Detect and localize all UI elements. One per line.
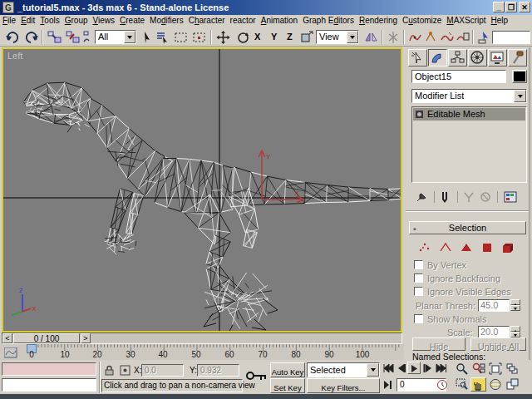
menu-file[interactable]: File <box>0 15 18 25</box>
set-key-button[interactable]: Set Key <box>270 378 305 393</box>
minimize-button[interactable]: _ <box>493 2 505 12</box>
curve-editor-icon[interactable] <box>407 30 423 45</box>
select-object-icon[interactable] <box>139 30 155 45</box>
redo-icon[interactable] <box>23 30 39 45</box>
tab-create[interactable] <box>408 49 427 66</box>
hide-button[interactable]: Hide <box>412 337 466 351</box>
planar-thresh-spinner[interactable] <box>510 299 520 312</box>
viewport-left[interactable]: YXzx Left <box>2 47 402 332</box>
menu-create[interactable]: Create <box>117 15 147 25</box>
schematic-view-icon[interactable] <box>423 30 439 45</box>
time-config-icon[interactable] <box>436 379 449 391</box>
key-filters-button[interactable]: Key Filters... <box>307 378 380 393</box>
x-coord-field[interactable]: 0.0 <box>141 364 184 377</box>
mirror-icon[interactable] <box>363 30 379 45</box>
selection-lock-icon[interactable] <box>103 364 116 377</box>
prev-frame-icon[interactable] <box>395 362 406 377</box>
element-mode-icon[interactable] <box>500 241 515 254</box>
rotate-icon[interactable] <box>235 30 251 45</box>
restrict-z-button[interactable]: Z <box>287 32 293 42</box>
menu-views[interactable]: Views <box>91 15 118 25</box>
ref-coord-dropdown[interactable]: View <box>316 30 359 44</box>
track-bar[interactable]: 0 10 20 30 40 50 60 70 80 90 100 <box>0 344 404 360</box>
viewport-label[interactable]: Left <box>7 51 22 61</box>
maxscript-listener-pink[interactable] <box>2 362 96 376</box>
maxscript-listener-white[interactable] <box>2 378 96 392</box>
configure-modifier-sets-icon[interactable] <box>504 190 519 204</box>
region-zoom-icon[interactable] <box>456 378 469 391</box>
restrict-x-button[interactable]: X <box>254 32 260 42</box>
pan-button[interactable] <box>470 377 486 392</box>
select-by-name-icon[interactable] <box>155 30 170 45</box>
pin-stack-icon[interactable] <box>416 190 429 204</box>
menu-group[interactable]: Group <box>62 15 91 25</box>
tab-hierarchy[interactable] <box>448 49 467 66</box>
named-selection-field[interactable] <box>492 31 530 44</box>
unhide-all-button[interactable]: Unhide All <box>470 337 526 351</box>
edge-mode-icon[interactable] <box>438 241 453 254</box>
close-button[interactable]: ✕ <box>519 2 530 12</box>
rect-selection-region-icon[interactable] <box>173 30 189 45</box>
normals-scale-spinner[interactable] <box>510 326 520 338</box>
by-vertex-checkbox[interactable] <box>414 260 423 269</box>
ignore-backfacing-checkbox[interactable] <box>414 273 423 283</box>
menu-edit[interactable]: Edit <box>18 15 37 25</box>
show-normals-checkbox[interactable] <box>414 314 423 323</box>
render-setup-icon[interactable] <box>455 30 470 45</box>
selection-rollout-header[interactable]: - Selection <box>409 221 526 234</box>
time-prev-button[interactable]: < <box>2 333 12 343</box>
material-editor-icon[interactable] <box>439 30 455 45</box>
keyboard-override-icon[interactable] <box>476 30 492 45</box>
unlink-icon[interactable] <box>65 30 81 45</box>
set-keys-icon[interactable] <box>244 367 269 389</box>
zoom-extents-all-icon[interactable] <box>505 362 519 375</box>
tab-modify[interactable] <box>428 49 447 66</box>
ignore-visible-edges-checkbox[interactable] <box>414 287 423 296</box>
maximize-button[interactable]: ❐ <box>505 2 517 12</box>
normals-scale-field[interactable]: 20.0 <box>478 326 510 338</box>
vertex-mode-icon[interactable] <box>417 241 432 254</box>
time-slider-handle[interactable]: 0 / 100 <box>13 333 80 343</box>
selection-set-dropdown[interactable]: Selected <box>307 362 380 377</box>
polygon-mode-icon[interactable] <box>480 241 495 254</box>
select-link-icon[interactable] <box>47 30 62 45</box>
modifier-stack-row[interactable]: Editable Mesh <box>413 108 525 121</box>
menu-tools[interactable]: Tools <box>37 15 62 25</box>
zoom-icon[interactable] <box>456 362 469 375</box>
align-icon[interactable] <box>386 30 401 45</box>
bind-spacewarp-icon[interactable] <box>83 30 93 45</box>
menu-maxscript[interactable]: MAXScript <box>444 15 488 25</box>
move-icon[interactable] <box>215 30 231 45</box>
menu-character[interactable]: Character <box>186 15 228 25</box>
next-frame-icon[interactable] <box>423 362 435 377</box>
tab-display[interactable] <box>488 49 507 66</box>
undo-icon[interactable] <box>5 30 21 45</box>
make-unique-icon[interactable] <box>462 190 475 204</box>
min-max-toggle-icon[interactable] <box>505 378 519 391</box>
absolute-offset-toggle-icon[interactable] <box>119 364 132 377</box>
show-end-result-icon[interactable] <box>439 190 452 204</box>
go-to-start-icon[interactable] <box>382 362 394 377</box>
tab-motion[interactable] <box>468 49 487 66</box>
menu-customize[interactable]: Customize <box>400 15 444 25</box>
auto-key-button[interactable]: Auto Key <box>270 362 305 377</box>
play-button[interactable] <box>407 362 421 374</box>
time-next-button[interactable]: > <box>81 333 91 343</box>
restrict-y-button[interactable]: Y <box>271 32 277 42</box>
modifier-stack[interactable]: Editable Mesh <box>411 106 527 183</box>
tab-utilities[interactable] <box>508 49 527 66</box>
zoom-extents-icon[interactable] <box>489 362 502 375</box>
face-mode-icon[interactable] <box>459 241 474 254</box>
selection-filter-dropdown[interactable]: All <box>95 30 136 44</box>
modifier-list-dropdown[interactable]: Modifier List <box>411 89 527 103</box>
menu-rendering[interactable]: Rendering <box>357 15 400 25</box>
object-name-field[interactable]: Object15 <box>411 70 506 83</box>
arc-rotate-icon[interactable] <box>489 378 502 391</box>
menu-animation[interactable]: Animation <box>259 15 300 25</box>
scale-icon[interactable] <box>298 30 314 45</box>
go-to-end-icon[interactable] <box>436 362 447 377</box>
menu-graph-editors[interactable]: Graph Editors <box>300 15 357 25</box>
lightbulb-icon[interactable] <box>416 111 424 119</box>
planar-thresh-field[interactable]: 45.0 <box>478 299 510 312</box>
object-color-swatch[interactable] <box>512 70 527 83</box>
